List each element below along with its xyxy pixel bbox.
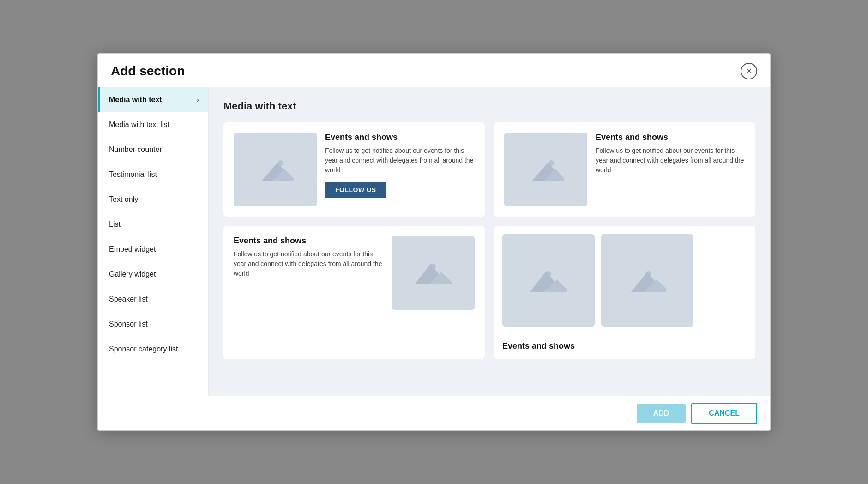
card-4-images (502, 234, 693, 327)
dialog-footer: ADD CANCEL (98, 396, 770, 430)
sidebar-item-media-with-text-list[interactable]: Media with text list (98, 112, 208, 137)
card-1-text: Events and shows Follow us to get notifi… (325, 133, 475, 198)
content-area: Media with text Events and shows Follow … (209, 87, 770, 396)
card-2-description: Follow us to get notified about our even… (596, 146, 745, 175)
close-icon: ✕ (746, 66, 753, 76)
sidebar-item-label: Testimonial list (109, 170, 157, 179)
sidebar-item-text-only[interactable]: Text only (98, 187, 208, 212)
mountain-icon (530, 266, 567, 294)
card-3-description: Follow us to get notified about our even… (234, 249, 383, 278)
follow-us-button[interactable]: FOLLOW US (325, 182, 386, 198)
card-4-title: Events and shows (502, 341, 575, 351)
card-4-image-right (601, 234, 693, 327)
card-1-description: Follow us to get notified about our even… (325, 146, 475, 175)
close-button[interactable]: ✕ (741, 63, 757, 79)
card-1-title: Events and shows (325, 133, 475, 142)
card-4-image-left (502, 234, 595, 327)
add-button[interactable]: ADD (637, 404, 686, 423)
sidebar-item-label: Sponsor list (109, 320, 148, 328)
cancel-button[interactable]: CANCEL (691, 403, 757, 424)
card-2[interactable]: Events and shows Follow us to get notifi… (494, 122, 755, 217)
card-3-image (392, 236, 475, 310)
sidebar-item-number-counter[interactable]: Number counter (98, 137, 208, 162)
sidebar-item-label: List (109, 220, 121, 229)
sidebar-item-label: Media with text list (109, 121, 169, 129)
dialog-body: Media with text › Media with text list N… (98, 87, 770, 396)
card-2-title: Events and shows (596, 133, 745, 142)
mountain-icon (257, 156, 294, 183)
card-3-title: Events and shows (234, 236, 383, 246)
mountain-icon (527, 156, 564, 183)
card-2-text: Events and shows Follow us to get notifi… (596, 133, 745, 182)
sidebar-item-label: Number counter (109, 145, 162, 154)
sidebar-item-label: Sponsor category list (109, 345, 178, 353)
sidebar-item-gallery-widget[interactable]: Gallery widget (98, 262, 208, 287)
sidebar-item-label: Media with text (109, 96, 162, 104)
add-section-dialog: Add section ✕ Media with text › Media wi… (97, 53, 771, 431)
card-3[interactable]: Events and shows Follow us to get notifi… (223, 226, 485, 359)
sidebar-item-media-with-text[interactable]: Media with text › (98, 87, 208, 112)
mountain-icon (415, 259, 452, 287)
sidebar-item-label: Gallery widget (109, 270, 156, 278)
sidebar-item-embed-widget[interactable]: Embed widget (98, 237, 208, 262)
dialog-header: Add section ✕ (98, 54, 770, 87)
sidebar-item-list[interactable]: List (98, 212, 208, 237)
card-1[interactable]: Events and shows Follow us to get notifi… (223, 122, 485, 217)
sidebar-item-label: Embed widget (109, 245, 156, 254)
sidebar-item-label: Speaker list (109, 295, 148, 303)
card-4[interactable]: Events and shows (494, 226, 755, 359)
card-1-image (234, 133, 317, 206)
dialog-title: Add section (111, 64, 185, 79)
sidebar-item-sponsor-category-list[interactable]: Sponsor category list (98, 337, 208, 362)
card-3-text: Events and shows Follow us to get notifi… (234, 236, 383, 285)
card-2-image (504, 133, 587, 206)
content-title: Media with text (223, 100, 755, 112)
cards-grid: Events and shows Follow us to get notifi… (223, 122, 755, 359)
sidebar: Media with text › Media with text list N… (98, 87, 209, 396)
sidebar-item-sponsor-list[interactable]: Sponsor list (98, 312, 208, 337)
chevron-right-icon: › (197, 96, 199, 103)
sidebar-item-testimonial-list[interactable]: Testimonial list (98, 162, 208, 187)
mountain-icon (629, 266, 666, 294)
sidebar-item-speaker-list[interactable]: Speaker list (98, 287, 208, 312)
sidebar-item-label: Text only (109, 195, 138, 204)
